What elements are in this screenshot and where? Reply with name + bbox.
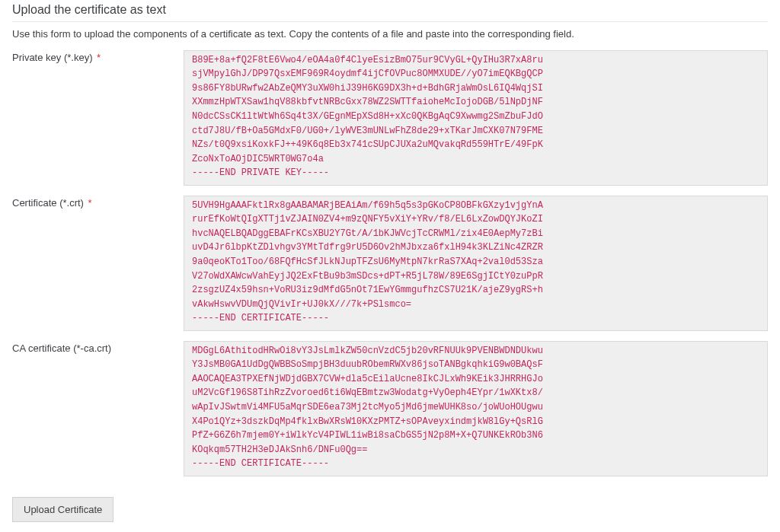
required-asterisk-icon: * (84, 197, 92, 209)
intro-text: Use this form to upload the components o… (12, 28, 768, 40)
private-key-label-text: Private key (*.key) (12, 52, 92, 63)
private-key-row: Private key (*.key) * (12, 50, 768, 188)
ca-certificate-row: CA certificate (*-ca.crt) (12, 341, 768, 479)
certificate-row: Certificate (*.crt) * (12, 196, 768, 333)
private-key-label: Private key (*.key) * (12, 50, 184, 63)
required-asterisk-icon: * (92, 52, 101, 63)
ca-certificate-input[interactable] (184, 341, 768, 476)
private-key-input[interactable] (184, 50, 768, 186)
ca-certificate-label-text: CA certificate (*-ca.crt) (12, 342, 111, 354)
certificate-label-text: Certificate (*.crt) (12, 197, 84, 209)
certificate-label: Certificate (*.crt) * (12, 196, 184, 209)
page-title: Upload the certificate as text (12, 3, 768, 22)
certificate-input[interactable] (184, 196, 768, 331)
upload-certificate-button[interactable]: Upload Certificate (12, 497, 113, 522)
ca-certificate-label: CA certificate (*-ca.crt) (12, 341, 184, 354)
